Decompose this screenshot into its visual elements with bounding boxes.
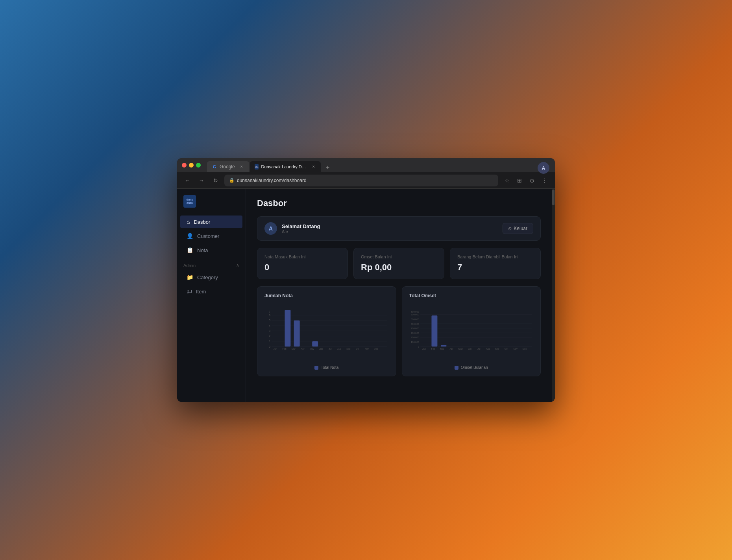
welcome-text: Selamat Datang Ale <box>282 223 320 234</box>
svg-text:Feb: Feb <box>283 348 287 350</box>
svg-text:Apr: Apr <box>301 348 305 350</box>
keluar-label: Keluar <box>514 226 527 231</box>
maximize-button[interactable] <box>196 163 201 168</box>
browser-toolbar: ← → ↻ 🔒 dunsanaklaundry.com/dashboard ☆ … <box>177 172 555 189</box>
stat-barang-value: 7 <box>457 262 533 273</box>
sidebar: dunsanak ⌂ Dasbor 👤 Customer 📋 Nota Admi… <box>177 189 246 402</box>
scrollbar-thumb[interactable] <box>552 190 555 205</box>
sidebar-logo: dunsanak <box>177 195 246 214</box>
svg-text:May: May <box>310 348 314 350</box>
close-button[interactable] <box>182 163 187 168</box>
svg-text:Aug: Aug <box>337 348 341 350</box>
svg-text:600,000: 600,000 <box>410 318 419 321</box>
svg-text:1: 1 <box>269 340 270 343</box>
item-icon: 🏷 <box>187 288 192 295</box>
sidebar-label-dasbor: Dasbor <box>194 219 210 225</box>
scrollbar-track[interactable] <box>552 189 555 402</box>
tab-google[interactable]: G Google ✕ <box>207 161 249 172</box>
legend-box-omset <box>455 366 458 370</box>
home-icon: ⌂ <box>187 219 190 225</box>
welcome-left: A Selamat Datang Ale <box>264 222 320 235</box>
logo-icon: dunsanak <box>183 195 196 208</box>
svg-text:100,000: 100,000 <box>410 341 419 343</box>
tab-google-label: Google <box>220 164 235 169</box>
customer-icon: 👤 <box>187 233 193 239</box>
sidebar-label-customer: Customer <box>197 233 219 239</box>
sidebar-item-item[interactable]: 🏷 Item <box>180 285 242 298</box>
menu-button[interactable]: ⋮ <box>539 175 550 186</box>
minimize-button[interactable] <box>189 163 194 168</box>
svg-text:Mar: Mar <box>440 348 444 350</box>
svg-text:Sep: Sep <box>346 348 350 350</box>
tab-dashboard-close[interactable]: ✕ <box>312 164 316 169</box>
address-bar[interactable]: 🔒 dunsanaklaundry.com/dashboard <box>224 175 498 186</box>
chart-jumlah-nota-svg: 0 1 2 3 4 5 6 7 <box>264 304 389 355</box>
stat-barang-label: Barang Belum Diambil Bulan Ini <box>457 254 533 259</box>
lock-icon: 🔒 <box>229 178 235 183</box>
main-content: Dasbor A Selamat Datang Ale ⎋ Keluar <box>246 189 552 402</box>
svg-text:Oct: Oct <box>505 348 508 350</box>
svg-text:Jun: Jun <box>468 348 471 350</box>
chart-total-omset-svg: 0 100,000 200,000 300,000 400,000 500,00… <box>409 304 534 355</box>
svg-text:700,000: 700,000 <box>410 313 419 316</box>
bookmark-button[interactable]: ☆ <box>501 175 512 186</box>
svg-text:Apr: Apr <box>449 348 453 350</box>
svg-text:500,000: 500,000 <box>410 323 419 325</box>
chart-jumlah-nota: Jumlah Nota 0 1 2 3 4 5 6 7 <box>257 286 396 376</box>
svg-text:0: 0 <box>418 346 419 348</box>
svg-text:Nov: Nov <box>513 348 517 350</box>
traffic-lights <box>182 163 201 168</box>
tab-grid-button[interactable]: ⊞ <box>514 175 525 186</box>
chart-jumlah-nota-legend: Total Nota <box>264 365 389 370</box>
chart-jumlah-nota-area: 0 1 2 3 4 5 6 7 <box>264 304 389 363</box>
sidebar-item-dasbor[interactable]: ⌂ Dasbor <box>180 216 242 228</box>
nota-icon: 📋 <box>187 247 193 253</box>
svg-text:7: 7 <box>269 310 270 313</box>
reload-button[interactable]: ↻ <box>210 175 221 186</box>
svg-rect-16 <box>294 321 300 346</box>
category-icon: 📁 <box>187 274 193 280</box>
welcome-avatar: A <box>264 222 277 235</box>
welcome-card: A Selamat Datang Ale ⎋ Keluar <box>257 216 541 241</box>
stat-nota-masuk: Nota Masuk Bulan Ini 0 <box>257 248 348 279</box>
stat-nota-masuk-value: 0 <box>264 262 340 273</box>
sidebar-item-category[interactable]: 📁 Category <box>180 271 242 284</box>
keluar-icon: ⎋ <box>508 226 511 231</box>
dashboard-favicon: DL <box>255 164 259 169</box>
svg-rect-17 <box>312 341 318 346</box>
svg-rect-15 <box>285 310 290 346</box>
chart-jumlah-nota-title: Jumlah Nota <box>264 293 389 298</box>
browser-tabs: G Google ✕ DL Dunsanak Laundry Dashboar…… <box>207 158 333 172</box>
svg-text:Jan: Jan <box>422 348 425 350</box>
new-tab-button[interactable]: + <box>323 163 333 172</box>
profile-button[interactable]: ⊙ <box>527 175 538 186</box>
back-button[interactable]: ← <box>182 175 193 186</box>
svg-text:0: 0 <box>269 345 270 348</box>
header-avatar[interactable]: A <box>538 162 549 174</box>
sidebar-item-customer[interactable]: 👤 Customer <box>180 230 242 242</box>
svg-text:Dec: Dec <box>522 348 526 350</box>
sidebar-item-nota[interactable]: 📋 Nota <box>180 244 242 256</box>
tab-google-close[interactable]: ✕ <box>239 164 244 169</box>
stat-barang: Barang Belum Diambil Bulan Ini 7 <box>450 248 541 279</box>
chart-total-omset-legend: Omset Bulanan <box>409 365 534 370</box>
svg-text:2: 2 <box>269 335 270 337</box>
svg-text:Aug: Aug <box>486 348 490 350</box>
svg-text:Jul: Jul <box>477 348 480 350</box>
tab-dashboard[interactable]: DL Dunsanak Laundry Dashboar… ✕ <box>250 161 321 172</box>
admin-section-label: Admin ∧ <box>177 258 246 269</box>
forward-button[interactable]: → <box>196 175 207 186</box>
svg-text:300,000: 300,000 <box>410 332 419 334</box>
svg-text:4: 4 <box>269 324 270 327</box>
svg-text:800,000: 800,000 <box>410 311 419 313</box>
svg-text:400,000: 400,000 <box>410 327 419 330</box>
legend-box-nota <box>314 366 318 370</box>
browser-titlebar: G Google ✕ DL Dunsanak Laundry Dashboar…… <box>177 158 555 172</box>
svg-text:6: 6 <box>269 314 270 317</box>
svg-text:Jun: Jun <box>319 348 323 350</box>
svg-rect-47 <box>431 315 437 346</box>
chart-total-omset: Total Omset 0 100,000 200,000 300,000 40… <box>402 286 541 376</box>
keluar-button[interactable]: ⎋ Keluar <box>503 223 533 234</box>
stat-omset: Omset Bulan Ini Rp 0,00 <box>353 248 444 279</box>
svg-text:May: May <box>458 348 462 350</box>
